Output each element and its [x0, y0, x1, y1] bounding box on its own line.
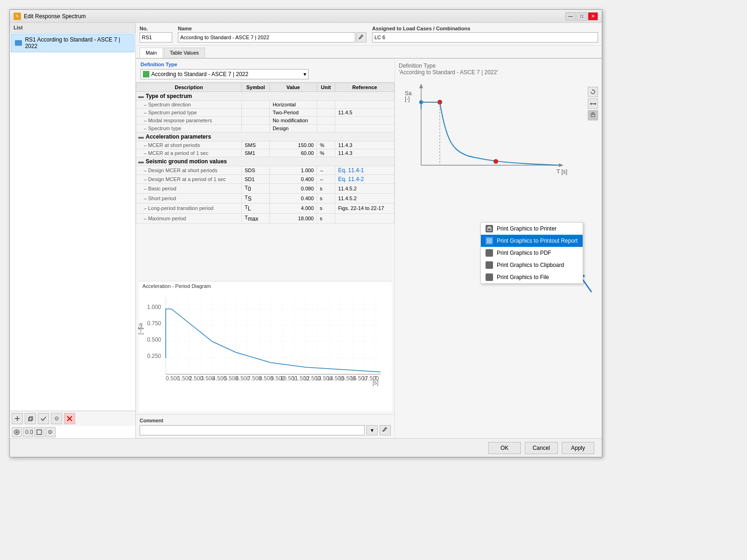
name-input[interactable]	[178, 32, 355, 42]
main-panel: No. Name Assigned to Load Cases / Combin…	[136, 23, 602, 438]
window-title: Edit Response Spectrum	[24, 13, 86, 20]
dropdown-pdf-label: Print Graphics to PDF	[497, 250, 551, 256]
list-header: List	[10, 23, 135, 33]
definition-type-value: According to Standard - ASCE 7 | 2022	[151, 71, 248, 77]
def-color-indicator	[143, 71, 149, 77]
delete-button[interactable]	[64, 413, 75, 424]
settings-button[interactable]: ⚙	[51, 413, 62, 424]
comment-label: Comment	[140, 418, 391, 423]
name-group: Name	[178, 26, 366, 42]
close-button[interactable]: ✕	[588, 12, 598, 21]
sidebar-tool-2[interactable]: 0.0	[23, 427, 33, 437]
bottom-chart-title: Acceleration - Period Diagram	[139, 281, 392, 291]
collapse-icon-2[interactable]: ▬	[138, 133, 144, 140]
section-seismic: ▬Seismic ground motion values	[136, 157, 395, 166]
comment-dropdown-btn[interactable]: ▾	[366, 425, 378, 435]
dropdown-arrow-icon: ▾	[303, 71, 306, 77]
table-row: – Short periodTS0.400s11.4.5.2	[136, 194, 395, 203]
col-reference: Reference	[335, 83, 395, 92]
col-description: Description	[136, 83, 242, 92]
window-body: List RS1 According to Standard - ASCE 7 …	[10, 23, 602, 438]
svg-text:0.0: 0.0	[25, 429, 33, 435]
ref-link-2[interactable]: Eq. 11.4-2	[338, 176, 364, 182]
table-row: – Basic periodT00.080s11.4.5.2	[136, 184, 395, 194]
section-type-of-spectrum: ▬Type of spectrum	[136, 92, 395, 101]
definition-type-label: Definition Type	[141, 62, 390, 67]
list-item-label: RS1 According to Standard - ASCE 7 | 202…	[25, 36, 130, 49]
svg-rect-1	[17, 416, 18, 421]
tab-table-values[interactable]: Table Values	[164, 48, 205, 58]
svg-text:⚙: ⚙	[48, 429, 53, 435]
dropdown-item-pdf[interactable]: P Print Graphics to PDF	[481, 247, 583, 259]
no-group: No.	[140, 26, 172, 42]
def-type-chart-title: Definition Type 'According to Standard -…	[399, 63, 598, 76]
svg-rect-82	[487, 239, 491, 243]
chart-tool-scale[interactable]: ⟷	[588, 98, 598, 109]
dropdown-report-label: Print Graphics to Printout Report	[497, 238, 578, 244]
apply-button[interactable]: Apply	[562, 442, 594, 454]
sidebar-tool-3[interactable]	[34, 427, 44, 437]
definition-type-dropdown[interactable]: According to Standard - ASCE 7 | 2022 ▾	[141, 69, 309, 79]
assigned-input[interactable]	[372, 32, 598, 42]
collapse-icon-1[interactable]: ▬	[138, 93, 144, 99]
svg-text:0.750: 0.750	[147, 320, 161, 327]
content-split: Definition Type According to Standard - …	[136, 59, 602, 438]
pdf-icon: P	[486, 249, 493, 257]
dropdown-file-label: Print Graphics to File	[497, 274, 549, 280]
ok-button[interactable]: OK	[488, 442, 521, 454]
dropdown-item-clipboard[interactable]: Print Graphics to Clipboard	[481, 259, 583, 271]
definition-type-section: Definition Type According to Standard - …	[136, 59, 395, 83]
table-row: – Spectrum directionHorizontal	[136, 101, 395, 109]
cancel-button[interactable]: Cancel	[525, 442, 558, 454]
tabs: Main Table Values	[136, 46, 602, 59]
svg-marker-67	[559, 163, 564, 167]
section-acceleration: ▬Acceleration parameters	[136, 133, 395, 141]
comment-section: Comment ▾	[136, 414, 395, 438]
svg-text:1.000: 1.000	[147, 304, 161, 310]
table-row: – Spectrum period typeTwo-Period11.4.5	[136, 109, 395, 117]
col-value: Value	[269, 83, 317, 92]
check-button[interactable]	[38, 413, 49, 424]
collapse-icon-3[interactable]: ▬	[138, 158, 144, 165]
minimize-button[interactable]: —	[565, 12, 576, 21]
new-item-button[interactable]	[12, 413, 23, 424]
no-input[interactable]	[140, 32, 172, 42]
ref-link-1[interactable]: Eq. 11.4-1	[338, 167, 364, 174]
tab-main[interactable]: Main	[140, 48, 163, 58]
table-row: – Modal response parametersNo modificati…	[136, 117, 395, 125]
dropdown-item-file[interactable]: Print Graphics to File	[481, 271, 583, 283]
title-bar: ✎ Edit Response Spectrum — □ ✕	[10, 10, 602, 23]
sidebar-tool-4[interactable]: ⚙	[45, 427, 56, 437]
table-row: – Design MCER at a period of 1 secSD10.4…	[136, 175, 395, 184]
table-row: – Maximum periodTmax18.000s	[136, 213, 395, 223]
list-item[interactable]: RS1 According to Standard - ASCE 7 | 202…	[11, 34, 134, 52]
comment-edit-btn[interactable]	[380, 425, 391, 435]
svg-text:⚙: ⚙	[54, 415, 59, 422]
comment-input[interactable]	[140, 425, 365, 435]
dropdown-printer-label: Print Graphics to Printer	[497, 225, 557, 232]
dropdown-item-report[interactable]: Print Graphics to Printout Report	[481, 235, 583, 247]
col-unit: Unit	[317, 83, 335, 92]
dropdown-clipboard-label: Print Graphics to Clipboard	[497, 262, 564, 268]
left-panel: List RS1 According to Standard - ASCE 7 …	[10, 23, 136, 438]
no-label: No.	[140, 26, 172, 31]
report-icon	[486, 237, 493, 245]
copy-button[interactable]	[25, 413, 36, 424]
svg-text:[-]: [-]	[405, 96, 410, 102]
sidebar-tool-1[interactable]	[12, 427, 22, 437]
table-row: – MCER at short periodsSMS150.00%11.4.3	[136, 141, 395, 149]
main-window: ✎ Edit Response Spectrum — □ ✕ List RS1 …	[9, 9, 602, 457]
chart-print-btn[interactable]	[588, 110, 598, 120]
table-row: – MCER at a period of 1 secSM160.00%11.4…	[136, 149, 395, 157]
chart-tool-rotate[interactable]	[588, 87, 598, 97]
svg-text:[--]: [--]	[137, 328, 144, 335]
dropdown-item-printer[interactable]: Print Graphics to Printer	[481, 223, 583, 235]
name-edit-button[interactable]	[356, 32, 366, 42]
maximize-button[interactable]: □	[577, 12, 587, 21]
svg-text:T [s]: T [s]	[557, 168, 567, 175]
assigned-group: Assigned to Load Cases / Combinations	[372, 26, 598, 42]
dropdown-menu: Print Graphics to Printer Print Graphics…	[480, 222, 583, 284]
printer-icon	[486, 225, 493, 232]
acceleration-period-chart: 1.000 0.750 0.500 0.250 Sa [--] 0.500 1.…	[142, 293, 390, 391]
list-item-icon	[15, 40, 22, 46]
